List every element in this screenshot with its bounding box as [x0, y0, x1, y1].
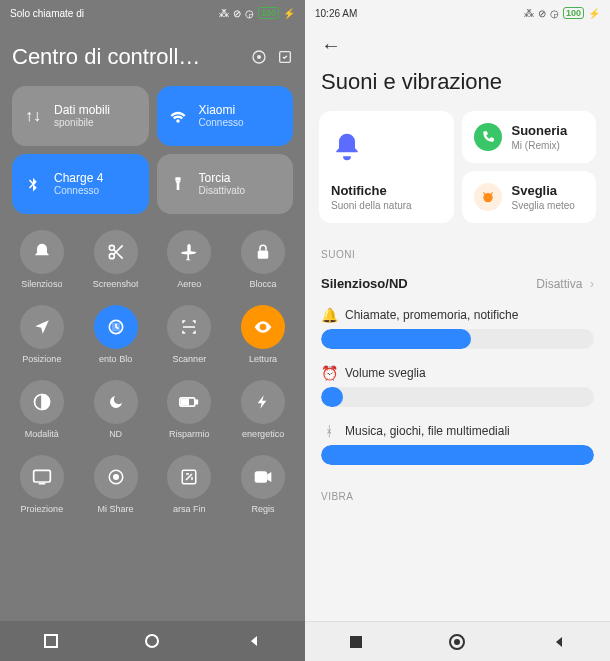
dnd-status-icon: ⊘: [233, 8, 241, 19]
toggle-scissors[interactable]: Screenshot: [80, 224, 152, 295]
slider-bell: 🔔Chiamate, promemoria, notifiche: [305, 301, 610, 359]
toggle-eye[interactable]: Lettura: [227, 299, 299, 370]
slider-bluetooth: ᚼMusica, giochi, file multimediali: [305, 417, 610, 475]
quick-tiles: ↑↓ Dati mobili sponibile Xiaomi Connesso…: [0, 80, 305, 224]
control-center-panel: Solo chiamate di ⁂ ⊘ ◶ 100 ⚡ Centro di c…: [0, 0, 305, 661]
battery-badge: 100: [563, 7, 584, 19]
toggle-bell[interactable]: Silenzioso: [6, 224, 78, 295]
toggle-airplane[interactable]: Aereo: [154, 224, 226, 295]
toggle-label: Silenzioso: [21, 279, 62, 289]
nav-recent[interactable]: [40, 630, 62, 652]
toggle-label: Risparmio: [169, 429, 210, 439]
tile-mobile-data[interactable]: ↑↓ Dati mobili sponibile: [12, 86, 149, 146]
scissors-icon: [94, 230, 138, 274]
chevron-right-icon: ›: [590, 277, 594, 291]
battery-badge: 100: [258, 7, 279, 19]
edit-icon[interactable]: [275, 47, 295, 67]
svg-rect-20: [350, 636, 362, 648]
toggle-label: Mi Share: [98, 504, 134, 514]
sound-settings-panel: 10:26 AM ⁂ ⊘ ◶ 100 ⚡ ← Suoni e vibrazion…: [305, 0, 610, 661]
status-bar: Solo chiamate di ⁂ ⊘ ◶ 100 ⚡: [0, 0, 305, 26]
bolt-icon: [241, 380, 285, 424]
nav-home[interactable]: [446, 631, 468, 653]
bluetooth-status-icon: ⁂: [219, 8, 229, 19]
svg-point-18: [146, 635, 158, 647]
toggle-label: Lettura: [249, 354, 277, 364]
toggle-camera[interactable]: Regis: [227, 449, 299, 520]
dnd-status-icon: ⊘: [538, 8, 546, 19]
toggle-location[interactable]: Posizione: [6, 299, 78, 370]
volume-slider[interactable]: [321, 329, 594, 349]
moon-icon: [94, 380, 138, 424]
slider-alarm: ⏰Volume sveglia: [305, 359, 610, 417]
section-label-suoni: SUONI: [305, 233, 610, 266]
nav-back[interactable]: [548, 631, 570, 653]
section-label-vibra: VIBRA: [305, 475, 610, 508]
toggle-share[interactable]: Mi Share: [80, 449, 152, 520]
bluetooth-status-icon: ⁂: [524, 8, 534, 19]
charging-icon: ⚡: [283, 8, 295, 19]
card-ringtone[interactable]: Suoneria Mi (Remix): [462, 111, 597, 163]
toggle-label: energetico: [242, 429, 284, 439]
svg-point-14: [113, 475, 118, 480]
lock-icon: [241, 230, 285, 274]
bell-icon: [331, 131, 363, 163]
toggle-contrast[interactable]: Modalità: [6, 374, 78, 445]
svg-rect-16: [255, 471, 267, 483]
sound-cards: Notifiche Suoni della natura Suoneria Mi…: [305, 111, 610, 233]
back-row: ←: [305, 26, 610, 61]
bluetooth-icon: [22, 173, 44, 195]
svg-rect-10: [196, 400, 198, 403]
toggle-screen[interactable]: Proiezione: [6, 449, 78, 520]
card-alarm[interactable]: Sveglia Sveglia meteo: [462, 171, 597, 223]
toggle-moon[interactable]: ND: [80, 374, 152, 445]
toggle-battery[interactable]: Risparmio: [154, 374, 226, 445]
toggle-grid: SilenziosoScreenshotAereoBloccaPosizione…: [0, 224, 305, 532]
screen-icon: [20, 455, 64, 499]
camera-icon: [241, 455, 285, 499]
toggle-lock[interactable]: Blocca: [227, 224, 299, 295]
svg-rect-6: [258, 251, 269, 259]
toggle-label: Regis: [252, 504, 275, 514]
toggle-label: ento Blo: [99, 354, 132, 364]
tile-wifi[interactable]: Xiaomi Connesso: [157, 86, 294, 146]
status-time: 10:26 AM: [315, 8, 357, 19]
control-center-title: Centro di controll…: [12, 44, 243, 70]
toggle-resize[interactable]: arsa Fin: [154, 449, 226, 520]
toggle-bolt[interactable]: energetico: [227, 374, 299, 445]
volume-slider[interactable]: [321, 387, 594, 407]
status-text: Solo chiamate di: [10, 8, 219, 19]
battery-icon: [167, 380, 211, 424]
toggle-label: Blocca: [250, 279, 277, 289]
slider-label: Musica, giochi, file multimediali: [345, 424, 510, 438]
toggle-label: Aereo: [177, 279, 201, 289]
card-notifications[interactable]: Notifiche Suoni della natura: [319, 111, 454, 223]
status-bar: 10:26 AM ⁂ ⊘ ◶ 100 ⚡: [305, 0, 610, 26]
nav-recent[interactable]: [345, 631, 367, 653]
bell-icon: [20, 230, 64, 274]
nav-bar: [0, 621, 305, 661]
scan-icon: [167, 305, 211, 349]
nav-back[interactable]: [243, 630, 265, 652]
toggle-label: Modalità: [25, 429, 59, 439]
nav-bar: [305, 621, 610, 661]
svg-point-22: [454, 639, 460, 645]
flashlight-icon: [167, 173, 189, 195]
toggle-scan[interactable]: Scanner: [154, 299, 226, 370]
location-icon: [20, 305, 64, 349]
airplane-icon: [167, 230, 211, 274]
toggle-label: Scanner: [173, 354, 207, 364]
toggle-rotation[interactable]: ento Blo: [80, 299, 152, 370]
back-button[interactable]: ←: [321, 34, 341, 56]
row-value: Disattiva: [536, 277, 582, 291]
settings-icon[interactable]: [249, 47, 269, 67]
wifi-icon: [167, 105, 189, 127]
resize-icon: [167, 455, 211, 499]
svg-rect-12: [34, 470, 51, 482]
nav-home[interactable]: [141, 630, 163, 652]
data-icon: ↑↓: [22, 105, 44, 127]
tile-flashlight[interactable]: Torcia Disattivato: [157, 154, 294, 214]
tile-bluetooth[interactable]: Charge 4 Connesso: [12, 154, 149, 214]
volume-slider[interactable]: [321, 445, 594, 465]
row-silenzioso[interactable]: Silenzioso/ND Disattiva ›: [305, 266, 610, 301]
